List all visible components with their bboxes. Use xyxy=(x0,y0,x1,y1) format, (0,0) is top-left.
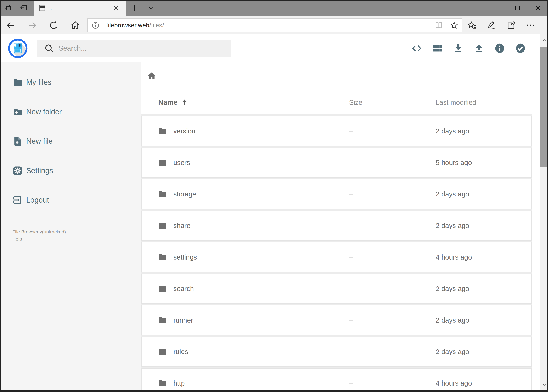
file-size: – xyxy=(333,159,419,167)
filebrowser-header xyxy=(0,35,548,62)
url-text[interactable]: filebrowser.web/files/ xyxy=(106,22,431,29)
sidebar-footer: File Browser v(untracked) Help xyxy=(0,228,141,243)
favorites-hub-button[interactable] xyxy=(462,16,482,35)
file-name: storage xyxy=(173,190,196,198)
upload-icon xyxy=(473,43,485,54)
file-name: settings xyxy=(173,253,197,261)
grid-view-button[interactable] xyxy=(427,38,448,59)
reading-view-icon[interactable] xyxy=(431,21,446,30)
file-row[interactable]: rules – 2 days ago xyxy=(141,337,532,367)
file-row[interactable]: share – 2 days ago xyxy=(141,211,532,240)
home-button[interactable] xyxy=(65,16,86,35)
sidebar-item-logout[interactable]: Logout xyxy=(0,185,141,215)
minimize-button[interactable] xyxy=(487,0,507,16)
breadcrumb-home-icon[interactable] xyxy=(147,71,157,81)
search-icon xyxy=(44,43,54,53)
file-name-cell: runner xyxy=(142,316,333,325)
sidebar-item-my-files[interactable]: My files xyxy=(0,68,141,97)
settings-menu-button[interactable] xyxy=(521,16,540,35)
file-name-cell: rules xyxy=(142,347,333,356)
file-name: http xyxy=(173,379,185,387)
tab-close-icon[interactable] xyxy=(111,3,122,14)
new-tab-button[interactable] xyxy=(126,0,143,16)
column-header-modified[interactable]: Last modified xyxy=(419,98,532,106)
address-bar[interactable]: filebrowser.web/files/ xyxy=(87,18,462,32)
refresh-icon xyxy=(49,20,59,30)
tab-dropdown-button[interactable] xyxy=(143,0,160,16)
file-listing: Name Size Last modified version – xyxy=(141,62,548,391)
sidebar: My files New folder New file xyxy=(0,62,141,391)
browser-titlebar: . xyxy=(0,0,548,16)
url-divider xyxy=(103,21,104,30)
close-window-button[interactable] xyxy=(528,0,548,16)
file-row[interactable]: users – 5 hours ago xyxy=(141,148,532,177)
tab-preview-icon xyxy=(4,4,12,12)
browser-tab[interactable]: . xyxy=(34,0,126,16)
site-info-icon[interactable] xyxy=(88,21,103,30)
file-modified: 2 days ago xyxy=(419,222,532,230)
search-box[interactable] xyxy=(37,40,231,57)
file-row[interactable]: search – 2 days ago xyxy=(141,274,532,304)
sidebar-item-settings[interactable]: Settings xyxy=(0,156,141,185)
file-name: search xyxy=(173,285,194,293)
sidebar-item-new-file[interactable]: New file xyxy=(0,126,141,156)
back-icon xyxy=(6,20,16,30)
info-button[interactable] xyxy=(489,38,510,59)
check-circle-icon xyxy=(515,43,526,54)
titlebar-drag-area xyxy=(160,0,487,16)
help-link[interactable]: Help xyxy=(12,235,141,243)
chevron-down-icon xyxy=(147,4,155,12)
search-input[interactable] xyxy=(58,44,231,52)
gear-icon xyxy=(12,165,23,176)
file-name-cell: version xyxy=(142,127,333,136)
file-size: – xyxy=(333,316,419,324)
file-modified: 5 hours ago xyxy=(419,159,532,167)
file-row[interactable]: storage – 2 days ago xyxy=(141,179,532,209)
file-row[interactable]: settings – 4 hours ago xyxy=(141,242,532,272)
sidebar-item-label: New folder xyxy=(26,108,62,116)
back-button[interactable] xyxy=(0,16,21,35)
file-row[interactable]: version – 2 days ago xyxy=(141,116,532,146)
upload-button[interactable] xyxy=(469,38,489,59)
column-label: Name xyxy=(158,98,177,106)
share-icon xyxy=(506,20,516,30)
file-size: – xyxy=(333,379,419,387)
raw-view-button[interactable] xyxy=(406,38,427,59)
add-favorite-star-icon[interactable] xyxy=(446,21,462,30)
file-modified: 4 hours ago xyxy=(419,379,532,387)
column-header-name[interactable]: Name xyxy=(141,98,333,106)
share-button[interactable] xyxy=(501,16,521,35)
download-icon xyxy=(452,43,464,54)
file-name: rules xyxy=(173,348,188,356)
minimize-icon xyxy=(493,4,501,12)
download-button[interactable] xyxy=(448,38,469,59)
window-border xyxy=(0,0,1,392)
file-modified: 2 days ago xyxy=(419,316,532,324)
select-button[interactable] xyxy=(510,38,531,59)
forward-button[interactable] xyxy=(21,16,43,35)
main-area: My files New folder New file xyxy=(0,62,548,391)
file-row[interactable]: runner – 2 days ago xyxy=(141,305,532,335)
plus-icon xyxy=(131,4,138,12)
folder-icon xyxy=(158,127,167,136)
refresh-button[interactable] xyxy=(43,16,65,35)
tab-title: . xyxy=(50,5,111,11)
column-header-size[interactable]: Size xyxy=(333,98,419,106)
folder-icon xyxy=(158,158,167,167)
sidebar-item-new-folder[interactable]: New folder xyxy=(0,97,141,126)
set-tabs-aside-button[interactable] xyxy=(16,0,31,16)
breadcrumb xyxy=(141,62,548,90)
file-name: share xyxy=(173,222,191,230)
maximize-button[interactable] xyxy=(507,0,528,16)
web-note-button[interactable] xyxy=(482,16,501,35)
filebrowser-logo xyxy=(8,38,28,58)
file-size: – xyxy=(333,190,419,198)
file-modified: 2 days ago xyxy=(419,190,532,198)
file-size: – xyxy=(333,285,419,293)
folder-icon xyxy=(12,77,23,88)
folder-icon xyxy=(158,253,167,262)
file-name: users xyxy=(173,159,190,167)
tab-preview-button[interactable] xyxy=(0,0,16,16)
sidebar-item-label: Logout xyxy=(26,196,49,204)
file-row[interactable]: http – 4 hours ago xyxy=(141,368,532,391)
